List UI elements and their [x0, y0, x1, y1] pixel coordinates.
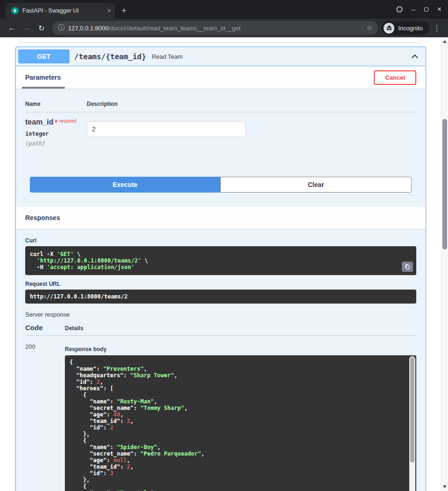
parameter-name-line: team_id*required [25, 118, 87, 126]
incognito-icon [384, 23, 394, 34]
maximize-icon [424, 7, 428, 12]
maximize-button[interactable] [424, 7, 428, 12]
responses-body: Curl curl -X 'GET' \ 'http://127.0.0.1:8… [16, 229, 426, 491]
page-scrollbar[interactable] [441, 37, 448, 491]
page-content: GET /teams/{team_id} Read Team Parameter… [0, 37, 441, 491]
response-body-label: Response body [65, 346, 416, 353]
active-tab-underline [22, 87, 65, 89]
method-badge: GET [18, 49, 70, 63]
browser-window: FastAPI - Swagger UI × + – × ← → ↻ ⓘ 127… [0, 0, 448, 491]
curl-label: Curl [25, 229, 416, 244]
browser-tab[interactable]: FastAPI - Swagger UI × [6, 3, 115, 19]
response-row: 200 Response body { "name": "Preventers"… [25, 336, 416, 491]
incognito-label: Incognito [398, 25, 423, 32]
forward-icon[interactable]: → [20, 21, 34, 35]
response-json: { "name": "Preventers", "headquarters": … [70, 359, 404, 491]
column-description-header: Description [87, 101, 416, 107]
url-host: 127.0.0.1:8000 [68, 25, 109, 32]
back-icon[interactable]: ← [5, 21, 19, 35]
curl-command: curl -X 'GET' \ 'http://127.0.0.1:8000/t… [30, 251, 412, 270]
details-column-header: Details [65, 325, 416, 332]
response-scrollbar-thumb[interactable] [410, 357, 414, 463]
bookmark-star-icon[interactable]: ☆ [366, 24, 372, 32]
response-table-head: Code Details [25, 324, 416, 336]
server-response-label: Server response [25, 311, 416, 318]
endpoint-path: /teams/{team_id} [74, 52, 146, 61]
request-url-value: http://127.0.0.1:8000/teams/2 [25, 290, 416, 304]
column-name-header: Name [25, 101, 87, 107]
responses-title: Responses [25, 214, 60, 221]
window-close-button[interactable]: × [437, 6, 441, 13]
opblock-get-team: GET /teams/{team_id} Read Team Parameter… [15, 47, 426, 491]
parameter-name: team_id [25, 118, 53, 126]
parameters-title: Parameters [25, 74, 61, 81]
parameter-row: team_id*required integer (path) [25, 112, 416, 147]
parameter-type: integer [25, 131, 87, 137]
fastapi-favicon-icon [11, 7, 19, 14]
scroll-up-arrow-icon[interactable] [443, 40, 447, 43]
url-text: 127.0.0.1:8000/docs#/default/read_team_t… [68, 25, 363, 32]
parameters-table-head: Name Description [25, 94, 416, 112]
response-body-block: { "name": "Preventers", "headquarters": … [65, 355, 416, 491]
chevron-up-icon[interactable] [411, 52, 419, 61]
curl-command-block: curl -X 'GET' \ 'http://127.0.0.1:8000/t… [25, 246, 416, 275]
reload-icon[interactable]: ↻ [35, 21, 49, 35]
clear-button[interactable]: Clear [220, 177, 412, 193]
request-url-label: Request URL [25, 281, 416, 287]
previous-block-edge [19, 37, 422, 43]
url-path: /docs#/default/read_team_teams__team_id_… [109, 25, 241, 32]
response-scrollbar[interactable] [409, 356, 415, 491]
parameters-table: Name Description team_id*required intege… [16, 89, 426, 207]
browser-menu-icon[interactable]: ⋮ [430, 21, 443, 35]
required-asterisk: * [55, 118, 57, 126]
browser-toolbar: ← → ↻ ⓘ 127.0.0.1:8000/docs#/default/rea… [0, 19, 448, 37]
browser-titlebar: FastAPI - Swagger UI × + – × [0, 0, 448, 19]
site-info-icon[interactable]: ⓘ [58, 24, 64, 32]
tab-title: FastAPI - Swagger UI [22, 7, 104, 14]
opblock-summary[interactable]: GET /teams/{team_id} Read Team [16, 47, 426, 66]
minimize-button[interactable]: – [412, 6, 415, 13]
endpoint-summary: Read Team [152, 53, 182, 60]
status-code: 200 [25, 343, 65, 491]
incognito-badge: Incognito [382, 21, 429, 35]
new-tab-button[interactable]: + [121, 6, 126, 15]
parameter-location: (path) [25, 140, 87, 147]
copy-icon[interactable] [402, 262, 413, 272]
required-label: required [59, 118, 77, 124]
parameters-header: Parameters Cancel [16, 66, 426, 89]
scroll-down-arrow-icon[interactable] [443, 485, 447, 488]
tab-close-icon[interactable]: × [107, 7, 111, 14]
page-scrollbar-thumb[interactable] [442, 119, 447, 249]
address-bar[interactable]: ⓘ 127.0.0.1:8000/docs#/default/read_team… [52, 21, 378, 35]
execute-row: Execute Clear [30, 177, 412, 193]
execute-button[interactable]: Execute [30, 177, 220, 193]
circle-status-icon [396, 6, 403, 13]
swagger-page: GET /teams/{team_id} Read Team Parameter… [0, 37, 448, 491]
responses-header: Responses [16, 207, 426, 229]
code-column-header: Code [25, 324, 65, 332]
cancel-button[interactable]: Cancel [374, 70, 416, 85]
window-controls: – × [396, 0, 441, 19]
team-id-input[interactable] [87, 121, 245, 137]
